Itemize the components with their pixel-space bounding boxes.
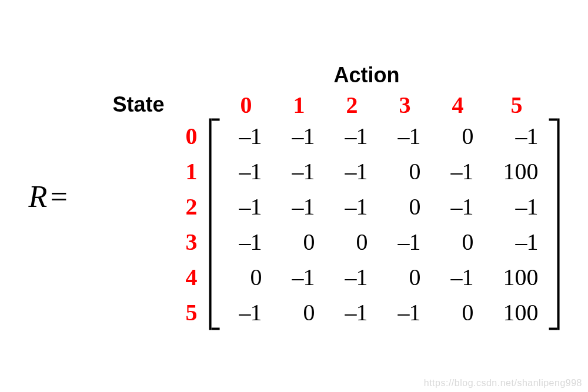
matrix-cell: 0 bbox=[272, 294, 325, 330]
reward-matrix-figure: R= Action State 012345 012345 –1–1–1–10–… bbox=[29, 62, 560, 330]
matrix-cell: –1 bbox=[484, 224, 549, 259]
matrix-cell: –1 bbox=[219, 189, 272, 224]
matrix-cell: 100 bbox=[484, 153, 549, 189]
column-header: 5 bbox=[484, 91, 549, 118]
watermark-text: https://blog.csdn.net/shanlipeng998 bbox=[424, 378, 582, 388]
matrix-cell: –1 bbox=[325, 294, 378, 330]
matrix-cell: –1 bbox=[272, 189, 325, 224]
matrix-cell: 0 bbox=[325, 224, 378, 259]
matrix-cell: –1 bbox=[325, 118, 378, 153]
matrix-cell: 0 bbox=[431, 118, 484, 153]
matrix-cell: –1 bbox=[272, 153, 325, 189]
matrix-cell: –1 bbox=[219, 118, 272, 153]
matrix-cell: –1 bbox=[484, 189, 549, 224]
matrix-block: Action State 012345 012345 –1–1–1–10–1–1… bbox=[79, 62, 559, 330]
left-bracket-icon bbox=[209, 118, 219, 330]
state-axis-title: State bbox=[82, 92, 176, 117]
matrix-cell: –1 bbox=[378, 294, 431, 330]
matrix-cell: –1 bbox=[431, 259, 484, 294]
matrix-cell: –1 bbox=[219, 224, 272, 259]
row-header: 3 bbox=[173, 224, 209, 259]
matrix-cell: –1 bbox=[325, 153, 378, 189]
row-header: 2 bbox=[173, 189, 209, 224]
matrix-cell: –1 bbox=[431, 153, 484, 189]
matrix-cell: –1 bbox=[484, 118, 549, 153]
action-axis-title: Action bbox=[333, 62, 399, 87]
matrix-cell: –1 bbox=[272, 259, 325, 294]
column-headers: 012345 bbox=[219, 91, 549, 118]
matrix-body-row: 012345 –1–1–1–10–1–1–1–10–1100–1–1–10–1–… bbox=[79, 118, 559, 330]
matrix-cell: 100 bbox=[484, 294, 549, 330]
matrix-cell: –1 bbox=[325, 259, 378, 294]
row-header: 4 bbox=[173, 259, 209, 294]
matrix-cell: –1 bbox=[325, 189, 378, 224]
matrix-cell: 0 bbox=[378, 259, 431, 294]
matrix-cell: 0 bbox=[378, 153, 431, 189]
matrix-cell: 0 bbox=[378, 189, 431, 224]
column-header: 0 bbox=[219, 91, 272, 118]
matrix-cell: –1 bbox=[219, 294, 272, 330]
matrix-area: –1–1–1–10–1–1–1–10–1100–1–1–10–1–1–100–1… bbox=[209, 118, 559, 330]
row-headers: 012345 bbox=[173, 118, 209, 330]
column-header: 2 bbox=[325, 91, 378, 118]
matrix-cell: –1 bbox=[272, 118, 325, 153]
column-header: 4 bbox=[431, 91, 484, 118]
matrix-cell: 100 bbox=[484, 259, 549, 294]
row-header: 1 bbox=[173, 153, 209, 189]
matrix-cell: 0 bbox=[431, 224, 484, 259]
row-header: 0 bbox=[173, 118, 209, 153]
matrix-cell: 0 bbox=[272, 224, 325, 259]
matrix-cell: –1 bbox=[378, 224, 431, 259]
matrix-cell: –1 bbox=[378, 118, 431, 153]
row-header: 5 bbox=[173, 294, 209, 330]
matrix-cell: 0 bbox=[431, 294, 484, 330]
column-header-row: State 012345 bbox=[82, 91, 557, 118]
matrix-lhs-symbol: R= bbox=[29, 179, 71, 213]
matrix-cell: –1 bbox=[219, 153, 272, 189]
matrix-cell: –1 bbox=[431, 189, 484, 224]
right-bracket-icon bbox=[549, 118, 559, 330]
column-header: 1 bbox=[272, 91, 325, 118]
matrix-cell: 0 bbox=[219, 259, 272, 294]
column-header: 3 bbox=[378, 91, 431, 118]
matrix-cells: –1–1–1–10–1–1–1–10–1100–1–1–10–1–1–100–1… bbox=[219, 118, 549, 330]
